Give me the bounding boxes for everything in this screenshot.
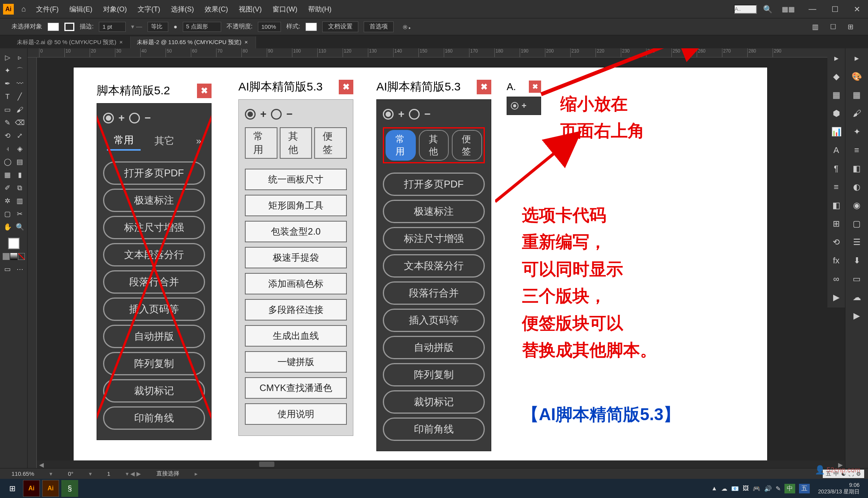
width-tool-icon[interactable]: ⫞ — [2, 143, 14, 155]
close-tab-icon[interactable]: × — [119, 39, 123, 45]
screen-mode-icon[interactable]: ▭ — [2, 263, 14, 275]
panel-icon[interactable]: ⬢ — [829, 107, 843, 120]
zoom-level[interactable]: 110.65% — [11, 470, 34, 477]
gpu-preview-icon[interactable]: ☐ — [827, 23, 839, 31]
script-button[interactable]: 统一画板尺寸 — [245, 169, 347, 190]
script-button[interactable]: CMYK查找潘通色 — [245, 377, 347, 399]
script-button[interactable]: 打开多页PDF — [383, 173, 485, 196]
stroke-swatch[interactable] — [64, 23, 74, 31]
home-icon[interactable]: ⌂ — [21, 5, 26, 13]
symbol-sprayer-tool-icon[interactable]: ✲ — [2, 195, 14, 207]
script-button[interactable]: 印前角线 — [103, 406, 205, 430]
radio-selected-icon[interactable] — [245, 109, 256, 120]
menu-object[interactable]: 对象(O) — [98, 5, 132, 14]
expand-panels-icon[interactable]: ⊞ — [845, 23, 857, 31]
script-button[interactable]: 包装盒型2.0 — [245, 221, 347, 242]
shape-builder-tool-icon[interactable]: ◯ — [2, 156, 14, 168]
script-button[interactable]: 标注尺寸增强 — [103, 216, 205, 239]
scroll-thumb[interactable] — [259, 462, 274, 467]
panel-icon[interactable]: ◧ — [829, 199, 843, 212]
script-button[interactable]: 自动拼版 — [383, 336, 485, 359]
actions-panel-icon[interactable]: ▶ — [850, 309, 864, 323]
minimize-icon[interactable]: — — [804, 5, 821, 13]
tray-icon[interactable]: ✎ — [776, 485, 781, 492]
tray-icon[interactable]: ☁ — [721, 485, 727, 492]
corner-input[interactable] — [183, 22, 221, 32]
script-button[interactable]: 插入页码等 — [383, 309, 485, 332]
perspective-tool-icon[interactable]: ▤ — [14, 156, 26, 168]
graphic-styles-panel-icon[interactable]: ▢ — [850, 217, 864, 231]
hand-tool-icon[interactable]: ✋ — [2, 221, 14, 233]
swatches-panel-icon[interactable]: ▦ — [850, 88, 864, 102]
paintbrush-tool-icon[interactable]: 🖌 — [14, 104, 26, 116]
panel-icon[interactable]: fx — [829, 254, 843, 268]
panel-icon[interactable]: ▶ — [829, 291, 843, 304]
menu-edit[interactable]: 编辑(E) — [64, 5, 98, 14]
pen-tool-icon[interactable]: ✒ — [2, 77, 14, 90]
minus-icon[interactable]: − — [144, 112, 151, 124]
panel-icon[interactable]: ⟲ — [829, 235, 843, 249]
close-tab-icon[interactable]: × — [244, 39, 248, 45]
preferences-button[interactable]: 首选项 — [364, 21, 394, 32]
maximize-icon[interactable]: ☐ — [827, 5, 843, 14]
plus-icon[interactable]: + — [260, 108, 266, 120]
stroke-panel-icon[interactable]: ≡ — [850, 143, 864, 157]
libraries-panel-icon[interactable]: ☁ — [850, 291, 864, 304]
none-mode-icon[interactable] — [18, 253, 25, 260]
tray-icon[interactable]: 🖼 — [743, 485, 749, 492]
tab-common[interactable]: 常用 — [245, 127, 277, 159]
script-button[interactable]: 段落行合并 — [103, 270, 205, 294]
script-button[interactable]: 段落行合并 — [383, 281, 485, 305]
panel-icon[interactable]: ▦ — [829, 88, 843, 102]
doc-tab-2[interactable]: 未标题-2 @ 110.65 % (CMYK/CPU 预览)× — [131, 36, 256, 48]
taskbar-ai-icon-2[interactable]: Ai — [42, 480, 59, 497]
tab-notes[interactable]: 便签 — [314, 127, 347, 159]
script-button[interactable]: 阵列复制 — [103, 352, 205, 375]
slice-tool-icon[interactable]: ✂ — [14, 208, 26, 220]
tray-ime-icon[interactable]: 五 — [799, 484, 810, 493]
shaper-tool-icon[interactable]: ✎ — [2, 117, 14, 129]
artboard-tool-icon[interactable]: ▢ — [2, 208, 14, 220]
minus-icon[interactable]: − — [286, 108, 292, 120]
artboard[interactable]: 脚本精简版5.2 ✖ + − 常用 其它 » 打开多页PDF极速 — [74, 67, 767, 468]
style-swatch[interactable] — [305, 23, 317, 31]
menu-window[interactable]: 窗口(W) — [267, 5, 303, 14]
free-transform-tool-icon[interactable]: ◈ — [14, 143, 26, 155]
tab-common[interactable]: 常用 — [386, 130, 416, 161]
tray-icon[interactable]: 📧 — [731, 485, 739, 492]
script-button[interactable]: 打开多页PDF — [103, 161, 205, 185]
minus-icon[interactable]: − — [424, 108, 430, 120]
panel-mini-close-button[interactable]: ✖ — [529, 81, 541, 93]
curvature-tool-icon[interactable]: 〰 — [14, 77, 26, 90]
tab-other[interactable]: 其他 — [419, 130, 449, 161]
gradient-mode-icon[interactable] — [10, 253, 17, 260]
properties-panel-icon[interactable]: ▸ — [850, 51, 864, 65]
tray-volume-icon[interactable]: 🔊 — [764, 485, 772, 492]
script-button[interactable]: 矩形圆角工具 — [245, 195, 347, 216]
fill-color-icon[interactable] — [8, 238, 20, 249]
line-tool-icon[interactable]: ╱ — [14, 90, 26, 103]
artboards-panel-icon[interactable]: ▭ — [850, 272, 864, 286]
selection-tool-icon[interactable]: ▷ — [2, 51, 14, 64]
zoom-tool-icon[interactable]: 🔍 — [14, 221, 26, 233]
tray-icon[interactable]: ▲ — [711, 485, 717, 492]
layers-panel-icon[interactable]: ☰ — [850, 235, 864, 249]
tab-common[interactable]: 常用 — [107, 131, 141, 151]
radio-selected-icon[interactable] — [103, 113, 114, 123]
script-button[interactable]: 极速手提袋 — [245, 247, 347, 268]
radio-unselected-icon[interactable] — [271, 109, 282, 120]
script-button[interactable]: 极速标注 — [383, 200, 485, 223]
rectangle-tool-icon[interactable]: ▭ — [2, 104, 14, 116]
mesh-tool-icon[interactable]: ▦ — [2, 169, 14, 181]
gradient-panel-icon[interactable]: ◧ — [850, 162, 864, 176]
stroke-weight-input[interactable] — [99, 22, 126, 32]
script-button[interactable]: 使用说明 — [245, 403, 347, 425]
taskbar-ai-icon[interactable]: Ai — [23, 480, 40, 497]
script-button[interactable]: 印前角线 — [383, 417, 485, 441]
script-button[interactable]: 自动拼版 — [103, 325, 205, 348]
uniform-select[interactable] — [148, 22, 168, 32]
document-setup-button[interactable]: 文档设置 — [322, 21, 358, 32]
radio-unselected-icon[interactable] — [129, 113, 140, 123]
direct-selection-tool-icon[interactable]: ▹ — [14, 51, 26, 64]
script-button[interactable]: 标注尺寸增强 — [383, 227, 485, 250]
